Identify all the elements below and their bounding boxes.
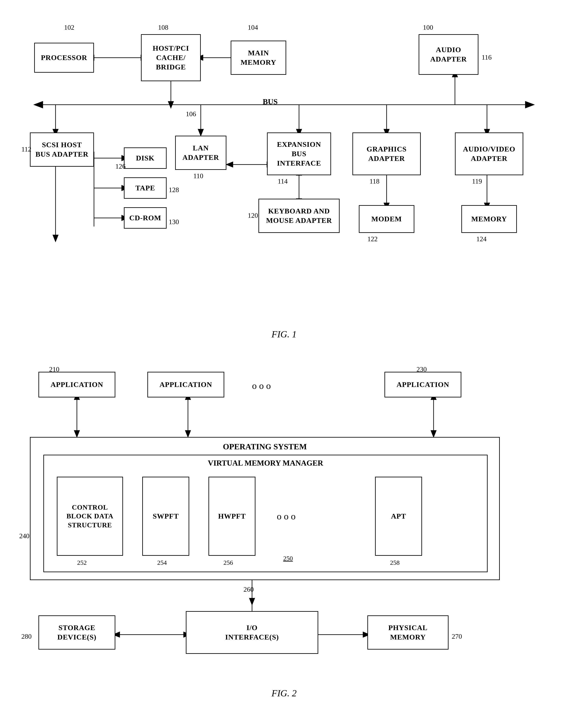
ref-102: 102: [64, 23, 74, 32]
ref-256: 256: [224, 559, 233, 566]
bus-label: BUS: [263, 97, 278, 106]
scsi-box: SCSI HOSTBUS ADAPTER: [30, 132, 94, 167]
main-memory-box: MAINMEMORY: [231, 41, 286, 75]
ref-254: 254: [157, 559, 167, 566]
app3-box: APPLICATION: [384, 372, 461, 397]
ref-280: 280: [21, 633, 31, 640]
cd-rom-box: CD-ROM: [124, 207, 167, 229]
app1-box: APPLICATION: [39, 372, 115, 397]
ref-126: 126: [115, 162, 126, 170]
ref-128: 128: [169, 186, 179, 194]
ref-240: 240: [19, 532, 29, 540]
audio-video-box: AUDIO/VIDEOADAPTER: [455, 132, 523, 175]
modem-box: MODEM: [359, 205, 414, 233]
ref-118: 118: [370, 177, 380, 185]
dots2: o o o: [277, 511, 296, 522]
cbds-box: CONTROLBLOCK DATASTRUCTURE: [57, 477, 123, 556]
processor-box: PROCESSOR: [34, 43, 94, 73]
physical-memory-box: PHYSICALMEMORY: [368, 615, 448, 649]
ref-119: 119: [472, 177, 482, 185]
ref-110: 110: [193, 172, 203, 180]
ref-250: 250: [283, 555, 293, 562]
ref-124: 124: [476, 235, 486, 243]
tape-box: TAPE: [124, 177, 167, 199]
storage-box: STORAGEDEVICE(S): [39, 615, 115, 649]
ref-106: 106: [186, 110, 196, 118]
svg-marker-53: [250, 598, 255, 605]
ref-260: 260: [244, 585, 254, 593]
disk-box: DISK: [124, 147, 167, 169]
os-label: OPERATING SYSTEM: [223, 442, 307, 451]
svg-marker-2: [525, 102, 534, 108]
ref-120: 120: [248, 211, 258, 220]
ref-130: 130: [169, 218, 179, 226]
memory-box: MEMORY: [461, 205, 517, 233]
app2-box: APPLICATION: [147, 372, 224, 397]
os-outer-box: OPERATING SYSTEM VIRTUAL MEMORY MANAGER …: [30, 437, 500, 580]
ref-258: 258: [390, 559, 400, 566]
figure-2: 210 APPLICATION 220 APPLICATION o o o 23…: [17, 361, 551, 703]
ref-104: 104: [248, 23, 258, 32]
svg-marker-44: [74, 431, 80, 437]
ref-100: 100: [423, 23, 433, 32]
svg-marker-31: [53, 235, 58, 242]
hwpft-box: HWPFT: [208, 477, 255, 556]
audio-adapter-box: AUDIOADAPTER: [419, 34, 479, 75]
main-container: 102 108 104 100 PROCESSOR HOST/PCICACHE/…: [17, 13, 571, 703]
expansion-box: EXPANSIONBUSINTERFACE: [267, 132, 331, 175]
dots1: o o o: [252, 380, 271, 391]
host-pci-box: HOST/PCICACHE/BRIDGE: [141, 34, 201, 81]
fig1-title: FIG. 1: [271, 329, 296, 340]
ref-108: 108: [158, 23, 168, 32]
svg-marker-33: [226, 162, 233, 167]
keyboard-box: KEYBOARD ANDMOUSE ADAPTER: [258, 199, 340, 233]
ref-116: 116: [482, 54, 492, 61]
lan-box: LANADAPTER: [175, 136, 226, 170]
svg-marker-1: [34, 102, 43, 108]
ref-114: 114: [278, 177, 288, 185]
ref-112: 112: [21, 145, 31, 153]
graphics-box: GRAPHICSADAPTER: [352, 132, 421, 175]
apt-box: APT: [375, 477, 422, 556]
ref-122: 122: [368, 235, 378, 243]
io-box: I/OINTERFACE(S): [186, 611, 318, 654]
svg-marker-16: [198, 129, 203, 136]
figure-1: 102 108 104 100 PROCESSOR HOST/PCICACHE/…: [17, 13, 551, 344]
svg-marker-47: [185, 431, 190, 437]
fig2-title: FIG. 2: [271, 688, 296, 699]
svg-marker-50: [431, 431, 436, 437]
vmm-box: VIRTUAL MEMORY MANAGER CONTROLBLOCK DATA…: [43, 455, 488, 572]
ref-270: 270: [452, 633, 462, 640]
ref-252: 252: [77, 559, 87, 566]
swpft-box: SWPFT: [142, 477, 189, 556]
vmm-label: VIRTUAL MEMORY MANAGER: [208, 458, 323, 468]
